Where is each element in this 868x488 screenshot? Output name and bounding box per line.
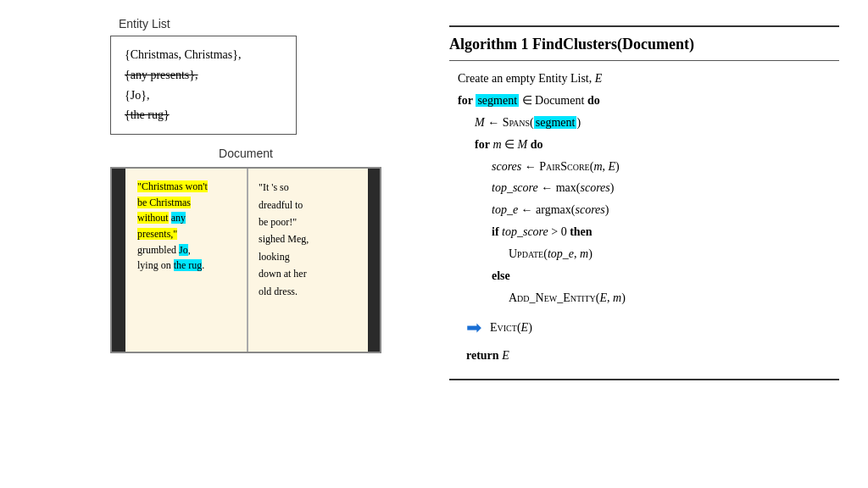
- algo-line-9: Update(top_e, m): [458, 243, 839, 265]
- algo-line-3: M ← Spans(segment): [458, 112, 839, 134]
- book-container: "Christmas won't be Christmas without an…: [110, 167, 381, 353]
- algo-name: FindClusters(Document): [532, 36, 694, 53]
- algo-line-11: Add_New_Entity(E, m): [458, 287, 839, 309]
- entity-list-label: Entity List: [119, 17, 170, 30]
- text-the-rug: the rug: [174, 259, 203, 271]
- algo-line-5: scores ← PairScore(m, E): [458, 156, 839, 178]
- main-container: Entity List {Christmas, Christmas}, {any…: [0, 0, 868, 488]
- entity-item-2: {any presents},: [125, 65, 282, 86]
- algo-line-1: Create an empty Entity List, E: [458, 68, 839, 90]
- evict-line: ➡ Evict(E): [458, 311, 839, 346]
- book-spine-right: [368, 169, 380, 352]
- algo-line-6: top_score ← max(scores): [458, 177, 839, 199]
- algo-body: Create an empty Entity List, E for segme…: [449, 68, 839, 367]
- entity-item-3: {Jo},: [125, 86, 282, 106]
- book-spine-left: [112, 169, 125, 352]
- text-without: without: [137, 212, 169, 224]
- text-be-christmas: be Christmas: [137, 197, 191, 208]
- entity-item-4: {the rug}: [125, 105, 282, 125]
- book-page-right: "It 's so dreadful to be poor!" sighed M…: [248, 169, 368, 352]
- text-presents: presents,": [137, 228, 177, 240]
- algo-line-7: top_e ← argmax(scores): [458, 199, 839, 221]
- algo-line-2: for segment ∈ Document do: [458, 90, 839, 112]
- book-page-left: "Christmas won't be Christmas without an…: [125, 169, 248, 352]
- text-jo: Jo: [179, 244, 188, 256]
- evict-text: Evict(E): [490, 317, 532, 339]
- algo-line-4: for m ∈ M do: [458, 134, 839, 156]
- algo-title: Algorithm 1 FindClusters(Document): [449, 36, 839, 61]
- arrow-right-icon: ➡: [466, 311, 481, 346]
- algorithm-box: Algorithm 1 FindClusters(Document) Creat…: [449, 25, 839, 380]
- left-side: Entity List {Christmas, Christmas}, {any…: [25, 17, 415, 471]
- return-line: return E: [458, 345, 839, 367]
- algo-number: Algorithm 1: [449, 36, 532, 53]
- text-any: any: [171, 212, 186, 224]
- document-label: Document: [110, 147, 381, 160]
- algo-line-8: if top_score > 0 then: [458, 221, 839, 243]
- entity-item-1: {Christmas, Christmas},: [125, 45, 282, 65]
- entity-list-box: {Christmas, Christmas}, {any presents}, …: [110, 36, 297, 135]
- text-christmas-won: "Christmas won't: [137, 180, 208, 192]
- algo-line-10: else: [458, 265, 839, 287]
- right-side: Algorithm 1 FindClusters(Document) Creat…: [415, 17, 843, 471]
